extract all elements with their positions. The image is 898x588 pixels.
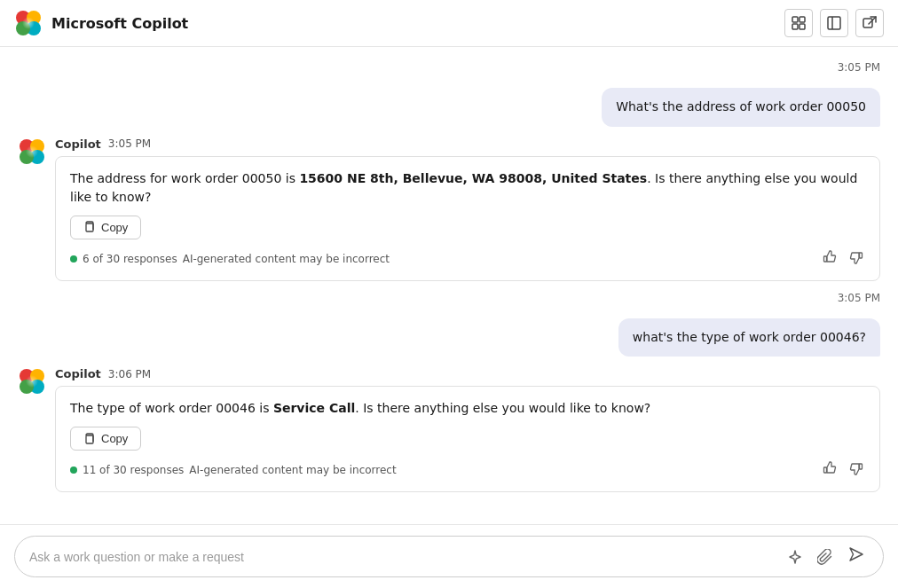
svg-point-17 — [26, 145, 38, 158]
svg-rect-19 — [824, 256, 827, 262]
copy-section-1: Copy — [70, 207, 865, 239]
copilot-message-block-1: Copilot 3:05 PM The address for work ord… — [55, 137, 880, 281]
input-box — [14, 536, 884, 577]
chat-input[interactable] — [29, 550, 776, 564]
svg-point-4 — [22, 17, 35, 29]
copilot-bubble-1: The address for work order 00050 is 1560… — [55, 156, 880, 281]
thumbs-up-button-1[interactable] — [821, 248, 839, 270]
user-message-1: What's the address of work order 00050 — [602, 88, 880, 127]
sparkle-icon — [787, 549, 803, 565]
copilot-message-block-2: Copilot 3:06 PM The type of work order 0… — [55, 367, 880, 492]
detach-icon-button[interactable] — [855, 9, 884, 37]
response-count-2: 11 of 30 responses AI-generated content … — [70, 462, 397, 478]
thumbs-down-button-1[interactable] — [847, 248, 865, 270]
thumbs-up-icon-1 — [823, 250, 837, 264]
detach-icon — [863, 16, 877, 30]
copilot-avatar-icon — [18, 137, 46, 166]
svg-rect-28 — [860, 464, 863, 469]
thumbs-down-icon-1 — [849, 250, 863, 264]
copy-icon-2 — [83, 433, 96, 445]
grid-icon-button[interactable] — [784, 9, 813, 37]
feedback-icons-2 — [821, 459, 865, 481]
user-message-timestamp-1: 3:05 PM — [18, 61, 880, 74]
green-dot-2 — [70, 466, 77, 474]
copy-section-2: Copy — [70, 418, 865, 451]
copilot-meta-1: Copilot 3:05 PM — [55, 137, 880, 151]
user-message-2: what's the type of work order 00046? — [618, 318, 880, 357]
bubble-footer-1: 6 of 30 responses AI-generated content m… — [70, 248, 865, 270]
svg-rect-9 — [828, 17, 840, 29]
input-area — [0, 524, 898, 588]
side-panel-icon — [827, 16, 841, 30]
copilot-response-1: Copilot 3:05 PM The address for work ord… — [18, 137, 880, 281]
thumbs-up-icon-2 — [823, 461, 837, 475]
header-left: Microsoft Copilot — [14, 9, 188, 37]
thumbs-up-button-2[interactable] — [821, 459, 839, 481]
copy-icon-1 — [83, 221, 96, 233]
attach-button[interactable] — [814, 547, 837, 567]
svg-rect-7 — [792, 24, 798, 29]
copy-button-1[interactable]: Copy — [70, 216, 141, 239]
panel-icon-button[interactable] — [820, 9, 848, 37]
svg-rect-18 — [86, 223, 93, 231]
user-message-timestamp-2: 3:05 PM — [18, 292, 880, 304]
response-count-1: 6 of 30 responses AI-generated content m… — [70, 251, 390, 267]
copilot-logo-icon — [14, 9, 43, 37]
svg-point-25 — [26, 375, 38, 388]
svg-rect-20 — [860, 253, 863, 258]
copy-button-2[interactable]: Copy — [70, 427, 141, 451]
green-dot-1 — [70, 255, 77, 263]
svg-rect-5 — [792, 17, 798, 22]
copilot-bubble-2: The type of work order 00046 is Service … — [55, 386, 880, 492]
chat-area: 3:05 PM What's the address of work order… — [0, 47, 898, 524]
copilot-avatar-icon-2 — [18, 367, 46, 396]
thumbs-down-icon-2 — [849, 461, 863, 475]
grid-icon — [792, 16, 806, 30]
sparkle-button[interactable] — [784, 547, 807, 567]
feedback-icons-1 — [821, 248, 865, 270]
app-title: Microsoft Copilot — [51, 15, 188, 32]
attachment-icon — [817, 549, 833, 565]
app-header: Microsoft Copilot — [0, 0, 898, 47]
svg-rect-27 — [824, 467, 827, 473]
send-icon — [847, 545, 865, 563]
svg-rect-11 — [863, 19, 872, 27]
send-button[interactable] — [844, 544, 869, 569]
copilot-response-2: Copilot 3:06 PM The type of work order 0… — [18, 367, 880, 492]
thumbs-down-button-2[interactable] — [847, 459, 865, 481]
copilot-meta-2: Copilot 3:06 PM — [55, 367, 880, 380]
svg-rect-26 — [86, 435, 93, 443]
svg-rect-8 — [800, 24, 805, 29]
header-icons — [784, 9, 884, 37]
bubble-footer-2: 11 of 30 responses AI-generated content … — [70, 459, 865, 481]
svg-rect-6 — [800, 17, 805, 22]
